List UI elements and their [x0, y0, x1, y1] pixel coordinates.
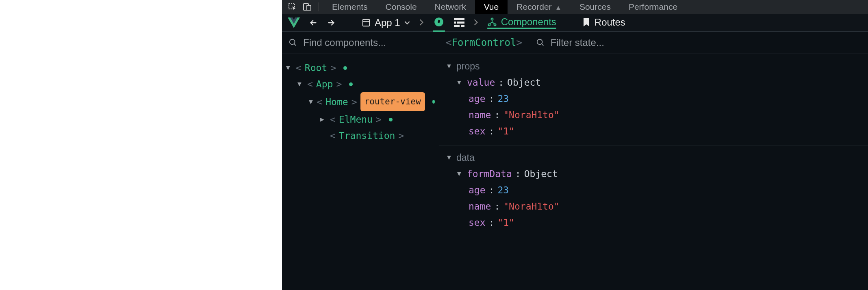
compass-icon	[434, 17, 444, 27]
svg-line-17	[542, 44, 544, 46]
recorder-indicator-icon: ▲	[553, 4, 562, 11]
svg-rect-6	[454, 18, 464, 20]
prop-key: formData	[467, 166, 512, 182]
svg-rect-7	[454, 22, 456, 24]
tab-recorder[interactable]: Recorder ▲	[508, 0, 571, 14]
breadcrumb-chevron-icon	[419, 17, 424, 28]
bookmark-icon	[582, 17, 590, 27]
component-search-input[interactable]	[303, 37, 432, 48]
search-icon	[536, 38, 545, 47]
tree-node-label: ElMenu	[339, 111, 373, 128]
inspector-header: <FormControl>	[439, 32, 868, 54]
tree-node-elmenu[interactable]: <ElMenu>	[286, 111, 435, 128]
toggle-device-icon[interactable]	[300, 0, 315, 14]
prop-type: Object	[524, 166, 558, 182]
section-header[interactable]: props	[446, 58, 861, 74]
nav-forward-button[interactable]	[327, 18, 336, 27]
prop-field-row[interactable]: sex: "1"	[446, 123, 861, 139]
tab-vue[interactable]: Vue	[475, 0, 508, 14]
inspector-section-data: data formData: Object age: 23 name: "Nor…	[439, 145, 868, 236]
field-key: sex	[469, 214, 486, 231]
caret-down-icon[interactable]	[446, 58, 452, 74]
tree-node-label: Transition	[339, 128, 395, 144]
tab-console[interactable]: Console	[377, 0, 426, 14]
field-key: name	[469, 107, 491, 123]
caret-down-icon[interactable]	[297, 76, 304, 92]
tree-node-label: App	[316, 76, 333, 92]
prop-type: Object	[507, 74, 541, 91]
components-tree-icon	[487, 17, 497, 27]
data-field-row[interactable]: sex: "1"	[446, 214, 861, 231]
svg-rect-9	[454, 25, 460, 27]
tree-node-root[interactable]: <Root>	[286, 60, 435, 76]
inspector-compass-tab[interactable]	[433, 13, 445, 32]
data-field-row[interactable]: age: 23	[446, 182, 861, 198]
section-title: props	[456, 58, 480, 74]
field-value: "1"	[497, 214, 514, 231]
caret-down-icon[interactable]	[309, 94, 313, 110]
field-value: "1"	[497, 123, 514, 139]
prop-value-row[interactable]: value: Object	[446, 74, 861, 91]
tree-node-home[interactable]: <Home> router-view	[286, 92, 435, 111]
fragment-dot-icon	[432, 100, 435, 104]
routes-tab-label: Routes	[595, 17, 625, 28]
inspector-panel: <FormControl> props value: Object age:	[439, 32, 868, 290]
nav-back-button[interactable]	[309, 18, 318, 27]
routes-tab[interactable]: Routes	[582, 17, 625, 29]
tab-sources[interactable]: Sources	[571, 0, 620, 14]
tree-node-app[interactable]: <App>	[286, 76, 435, 92]
devtools-tabbar: Elements Console Network Vue Recorder ▲ …	[282, 0, 868, 14]
field-key: name	[469, 198, 491, 214]
svg-point-14	[290, 39, 295, 45]
caret-right-icon[interactable]	[320, 111, 327, 128]
field-value: 23	[497, 91, 509, 107]
tab-network[interactable]: Network	[426, 0, 475, 14]
selected-component-label: FormControl	[451, 37, 516, 48]
caret-down-icon[interactable]	[457, 74, 464, 91]
component-tree: <Root> <App> <Home> router-view <ElMenu>	[282, 54, 439, 149]
timeline-button[interactable]	[454, 18, 464, 27]
components-tab[interactable]: Components	[487, 16, 556, 29]
devtools-panel: Elements Console Network Vue Recorder ▲ …	[282, 0, 868, 290]
data-field-row[interactable]: name: "NoraH1to"	[446, 198, 861, 214]
svg-point-11	[491, 18, 493, 20]
caret-down-icon[interactable]	[286, 60, 293, 76]
chevron-down-icon	[404, 20, 410, 26]
tab-recorder-label: Recorder	[516, 2, 551, 11]
blank-area	[0, 0, 282, 290]
prop-field-row[interactable]: name: "NoraH1to"	[446, 107, 861, 123]
caret-down-icon[interactable]	[457, 166, 464, 182]
app-selector[interactable]: App 1	[362, 17, 410, 28]
components-tab-label: Components	[501, 16, 556, 28]
inspector-section-props: props value: Object age: 23 name: "NoraH…	[439, 54, 868, 145]
tab-performance[interactable]: Performance	[620, 0, 686, 14]
caret-down-icon[interactable]	[446, 149, 452, 166]
fragment-dot-icon	[389, 118, 393, 121]
component-tree-panel: <Root> <App> <Home> router-view <ElMenu>	[282, 32, 439, 290]
prop-key: value	[467, 74, 495, 91]
router-view-badge: router-view	[360, 92, 425, 111]
vue-toolbar: App 1 Components Routes	[282, 14, 868, 32]
breadcrumb-chevron-icon	[473, 17, 478, 28]
inspect-element-icon[interactable]	[285, 0, 300, 14]
tree-node-label: Home	[326, 94, 348, 110]
svg-rect-2	[307, 5, 311, 10]
vue-logo-icon	[288, 17, 300, 28]
section-title: data	[456, 149, 475, 166]
svg-rect-3	[363, 19, 370, 26]
tabbar-divider	[319, 2, 319, 11]
data-formdata-row[interactable]: formData: Object	[446, 166, 861, 182]
vue-main-row: <Root> <App> <Home> router-view <ElMenu>	[282, 32, 868, 290]
selected-component-crumb[interactable]: <FormControl>	[446, 37, 522, 48]
section-header[interactable]: data	[446, 149, 861, 166]
fragment-dot-icon	[349, 82, 353, 86]
search-icon	[289, 38, 297, 47]
tree-node-transition[interactable]: <Transition>	[286, 128, 435, 144]
field-value: "NoraH1to"	[503, 107, 559, 123]
prop-field-row[interactable]: age: 23	[446, 91, 861, 107]
tree-node-label: Root	[305, 60, 327, 76]
tab-elements[interactable]: Elements	[323, 0, 377, 14]
state-filter-input[interactable]	[551, 37, 861, 48]
field-value: "NoraH1to"	[503, 198, 559, 214]
field-key: sex	[469, 123, 486, 139]
